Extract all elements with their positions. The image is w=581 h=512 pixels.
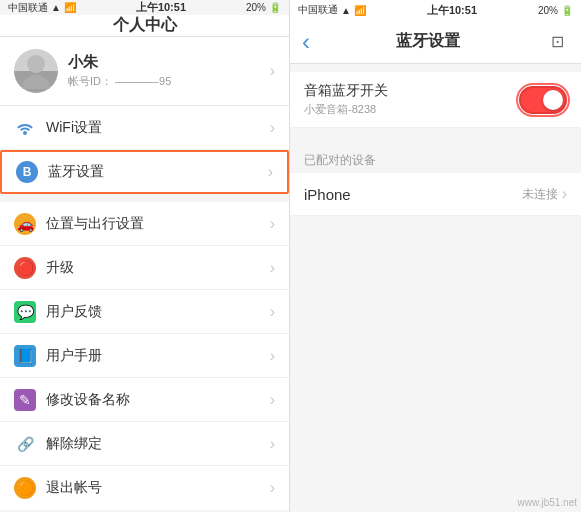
user-profile-chevron: › <box>270 62 275 80</box>
unbind-icon: 🔗 <box>14 433 36 455</box>
right-title: 蓝牙设置 <box>396 31 460 52</box>
menu-chevron-upgrade: › <box>270 259 275 277</box>
menu-chevron-unbind: › <box>270 435 275 453</box>
user-info: 小朱 帐号ID： ————95 <box>68 53 270 89</box>
avatar-inner <box>14 49 58 93</box>
upgrade-icon: 🔴 <box>14 257 36 279</box>
left-status-right: 20% 🔋 <box>246 2 281 13</box>
device-chevron-iphone: › <box>562 185 567 203</box>
menu-item-bt[interactable]: B 蓝牙设置 › <box>0 150 289 194</box>
menu-label-upgrade: 升级 <box>46 259 270 277</box>
device-name-iphone: iPhone <box>304 186 522 203</box>
menu-section-mid: 🚗 位置与出行设置 › 🔴 升级 › 💬 用户反馈 › 📘 用户手册 › <box>0 202 289 510</box>
menu-item-manual[interactable]: 📘 用户手册 › <box>0 334 289 378</box>
avatar <box>14 49 58 93</box>
menu-label-manual: 用户手册 <box>46 347 270 365</box>
toggle-thumb <box>543 90 563 110</box>
right-time: 上午10:51 <box>427 3 477 18</box>
bt-switch-subtitle: 小爱音箱-8238 <box>304 102 519 117</box>
menu-label-bt: 蓝牙设置 <box>48 163 268 181</box>
user-id-label: 帐号ID： <box>68 75 112 87</box>
user-profile[interactable]: 小朱 帐号ID： ————95 › <box>0 37 289 106</box>
right-spacer: www.jb51.net <box>290 216 581 512</box>
back-button[interactable]: ‹ <box>302 28 310 56</box>
toggle-track <box>519 86 567 114</box>
left-battery-pct: 20% <box>246 2 266 13</box>
left-title: 个人中心 <box>113 15 177 36</box>
left-status-bar: 中国联通 ▲ 📶 上午10:51 20% 🔋 <box>0 0 289 15</box>
right-battery-icon: 🔋 <box>561 5 573 16</box>
manual-icon: 📘 <box>14 345 36 367</box>
left-panel: 中国联通 ▲ 📶 上午10:51 20% 🔋 个人中心 小朱 帐号ID： ———… <box>0 0 290 512</box>
right-wifi-icon: 📶 <box>354 5 366 16</box>
right-status-right: 20% 🔋 <box>538 5 573 16</box>
paired-section-label: 已配对的设备 <box>304 153 376 167</box>
menu-label-logout: 退出帐号 <box>46 479 270 497</box>
menu-chevron-manual: › <box>270 347 275 365</box>
menu-label-wifi: WiFi设置 <box>46 119 270 137</box>
avatar-body <box>22 75 50 89</box>
menu-item-unbind[interactable]: 🔗 解除绑定 › <box>0 422 289 466</box>
menu-chevron-bt: › <box>268 163 273 181</box>
right-panel: 中国联通 ▲ 📶 上午10:51 20% 🔋 ‹ 蓝牙设置 ⊡ 音箱蓝牙开关 小… <box>290 0 581 512</box>
bt-switch-title: 音箱蓝牙开关 <box>304 82 519 100</box>
menu-chevron-feedback: › <box>270 303 275 321</box>
right-battery-pct: 20% <box>538 5 558 16</box>
location-icon: 🚗 <box>14 213 36 235</box>
bt-icon: B <box>16 161 38 183</box>
device-status-iphone: 未连接 <box>522 186 558 203</box>
menu-item-feedback[interactable]: 💬 用户反馈 › <box>0 290 289 334</box>
right-header: ‹ 蓝牙设置 ⊡ <box>290 20 581 64</box>
right-carrier: 中国联通 <box>298 3 338 17</box>
right-signal-icon: ▲ <box>341 5 351 16</box>
logout-icon: 🟠 <box>14 477 36 499</box>
left-battery-icon: 🔋 <box>269 2 281 13</box>
wifi-icon <box>14 117 36 139</box>
menu-label-rename: 修改设备名称 <box>46 391 270 409</box>
device-section: iPhone 未连接 › <box>290 173 581 216</box>
header-action-icon: ⊡ <box>551 32 564 51</box>
user-name: 小朱 <box>68 53 270 72</box>
right-divider <box>290 136 581 144</box>
menu-chevron-wifi: › <box>270 119 275 137</box>
menu-item-logout[interactable]: 🟠 退出帐号 › <box>0 466 289 510</box>
menu-list: WiFi设置 › B 蓝牙设置 › 🚗 位置与出行设置 › 🔴 升级 › <box>0 106 289 512</box>
left-signal-icon: ▲ <box>51 2 61 13</box>
menu-chevron-location: › <box>270 215 275 233</box>
left-header: 个人中心 <box>0 15 289 37</box>
user-id-value: ————95 <box>115 75 171 87</box>
header-action-button[interactable]: ⊡ <box>545 30 569 54</box>
bt-switch-section: 音箱蓝牙开关 小爱音箱-8238 <box>290 72 581 128</box>
user-id: 帐号ID： ————95 <box>68 74 270 89</box>
menu-label-unbind: 解除绑定 <box>46 435 270 453</box>
bt-switch-row: 音箱蓝牙开关 小爱音箱-8238 <box>290 72 581 128</box>
bt-toggle[interactable] <box>519 86 567 114</box>
right-status-left: 中国联通 ▲ 📶 <box>298 3 366 17</box>
menu-item-wifi[interactable]: WiFi设置 › <box>0 106 289 150</box>
menu-chevron-logout: › <box>270 479 275 497</box>
menu-item-upgrade[interactable]: 🔴 升级 › <box>0 246 289 290</box>
avatar-head <box>27 55 45 73</box>
left-status-left: 中国联通 ▲ 📶 <box>8 1 76 15</box>
menu-label-location: 位置与出行设置 <box>46 215 270 233</box>
menu-section-top: WiFi设置 › B 蓝牙设置 › <box>0 106 289 194</box>
right-status-bar: 中国联通 ▲ 📶 上午10:51 20% 🔋 <box>290 0 581 20</box>
bt-switch-info: 音箱蓝牙开关 小爱音箱-8238 <box>304 82 519 117</box>
watermark: www.jb51.net <box>518 497 577 508</box>
rename-icon: ✎ <box>14 389 36 411</box>
menu-label-feedback: 用户反馈 <box>46 303 270 321</box>
device-row-iphone[interactable]: iPhone 未连接 › <box>290 173 581 216</box>
left-carrier: 中国联通 <box>8 1 48 15</box>
feedback-icon: 💬 <box>14 301 36 323</box>
menu-chevron-rename: › <box>270 391 275 409</box>
left-wifi-icon: 📶 <box>64 2 76 13</box>
menu-item-location[interactable]: 🚗 位置与出行设置 › <box>0 202 289 246</box>
menu-item-rename[interactable]: ✎ 修改设备名称 › <box>0 378 289 422</box>
paired-section-header: 已配对的设备 <box>290 144 581 173</box>
left-time: 上午10:51 <box>136 0 186 15</box>
